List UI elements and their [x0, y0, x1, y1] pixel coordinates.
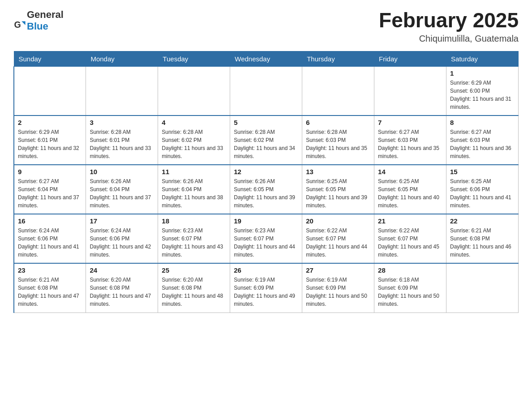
calendar-week-row: 23Sunrise: 6:21 AM Sunset: 6:08 PM Dayli… [14, 263, 519, 313]
day-info: Sunrise: 6:21 AM Sunset: 6:08 PM Dayligh… [18, 276, 82, 308]
day-number: 19 [234, 217, 298, 225]
day-number: 24 [90, 266, 154, 274]
calendar-cell: 20Sunrise: 6:22 AM Sunset: 6:07 PM Dayli… [302, 214, 374, 263]
day-number: 1 [450, 69, 515, 77]
day-number: 5 [234, 119, 298, 126]
day-number: 13 [306, 168, 370, 176]
day-number: 14 [378, 168, 442, 176]
calendar-cell: 18Sunrise: 6:23 AM Sunset: 6:07 PM Dayli… [158, 214, 230, 263]
calendar-cell: 6Sunrise: 6:28 AM Sunset: 6:03 PM Daylig… [302, 116, 374, 165]
calendar-week-row: 2Sunrise: 6:29 AM Sunset: 6:01 PM Daylig… [14, 116, 519, 165]
day-number: 3 [90, 119, 154, 126]
calendar-cell: 17Sunrise: 6:24 AM Sunset: 6:06 PM Dayli… [86, 214, 158, 263]
calendar-cell: 5Sunrise: 6:28 AM Sunset: 6:02 PM Daylig… [230, 116, 302, 165]
day-number: 17 [90, 217, 154, 225]
day-info: Sunrise: 6:26 AM Sunset: 6:04 PM Dayligh… [162, 177, 226, 210]
day-info: Sunrise: 6:26 AM Sunset: 6:05 PM Dayligh… [234, 177, 298, 210]
day-info: Sunrise: 6:27 AM Sunset: 6:04 PM Dayligh… [18, 177, 82, 210]
calendar-cell: 15Sunrise: 6:25 AM Sunset: 6:06 PM Dayli… [446, 165, 519, 214]
calendar-cell: 7Sunrise: 6:27 AM Sunset: 6:03 PM Daylig… [374, 116, 446, 165]
day-info: Sunrise: 6:20 AM Sunset: 6:08 PM Dayligh… [90, 276, 154, 308]
day-number: 23 [18, 266, 82, 274]
day-number: 7 [378, 119, 442, 126]
day-number: 15 [450, 168, 515, 176]
calendar-cell [446, 263, 519, 313]
calendar-cell: 8Sunrise: 6:27 AM Sunset: 6:03 PM Daylig… [446, 116, 519, 165]
logo-icon: G [13, 19, 26, 31]
calendar-cell: 3Sunrise: 6:28 AM Sunset: 6:01 PM Daylig… [86, 116, 158, 165]
calendar-cell: 13Sunrise: 6:25 AM Sunset: 6:05 PM Dayli… [302, 165, 374, 214]
column-header-sunday: Sunday [14, 51, 86, 66]
calendar-cell [86, 66, 158, 116]
day-number: 11 [162, 168, 226, 176]
page-header: G General Blue February 2025 Chiquimulil… [13, 9, 519, 44]
calendar-cell: 19Sunrise: 6:23 AM Sunset: 6:07 PM Dayli… [230, 214, 302, 263]
day-number: 16 [18, 217, 82, 225]
day-info: Sunrise: 6:19 AM Sunset: 6:09 PM Dayligh… [306, 276, 370, 308]
day-number: 25 [162, 266, 226, 274]
day-info: Sunrise: 6:27 AM Sunset: 6:03 PM Dayligh… [450, 128, 515, 160]
day-number: 12 [234, 168, 298, 176]
day-info: Sunrise: 6:22 AM Sunset: 6:07 PM Dayligh… [378, 227, 442, 259]
calendar-cell [374, 66, 446, 116]
day-info: Sunrise: 6:28 AM Sunset: 6:03 PM Dayligh… [306, 128, 370, 160]
day-info: Sunrise: 6:25 AM Sunset: 6:05 PM Dayligh… [378, 177, 442, 210]
location-title: Chiquimulilla, Guatemala [379, 34, 519, 44]
day-number: 4 [162, 119, 226, 126]
column-header-monday: Monday [86, 51, 158, 66]
day-number: 26 [234, 266, 298, 274]
calendar-cell: 25Sunrise: 6:20 AM Sunset: 6:08 PM Dayli… [158, 263, 230, 313]
month-title: February 2025 [379, 9, 519, 32]
calendar-cell: 2Sunrise: 6:29 AM Sunset: 6:01 PM Daylig… [14, 116, 86, 165]
column-header-saturday: Saturday [446, 51, 519, 66]
calendar-header-row: SundayMondayTuesdayWednesdayThursdayFrid… [14, 51, 519, 66]
day-number: 20 [306, 217, 370, 225]
day-number: 2 [18, 119, 82, 126]
column-header-friday: Friday [374, 51, 446, 66]
day-info: Sunrise: 6:25 AM Sunset: 6:06 PM Dayligh… [450, 177, 515, 210]
svg-text:G: G [14, 20, 21, 30]
day-info: Sunrise: 6:29 AM Sunset: 6:01 PM Dayligh… [18, 128, 82, 160]
day-number: 28 [378, 266, 442, 274]
calendar-cell: 11Sunrise: 6:26 AM Sunset: 6:04 PM Dayli… [158, 165, 230, 214]
calendar-week-row: 9Sunrise: 6:27 AM Sunset: 6:04 PM Daylig… [14, 165, 519, 214]
day-number: 22 [450, 217, 515, 225]
day-info: Sunrise: 6:28 AM Sunset: 6:02 PM Dayligh… [162, 128, 226, 160]
calendar-cell: 27Sunrise: 6:19 AM Sunset: 6:09 PM Dayli… [302, 263, 374, 313]
day-info: Sunrise: 6:21 AM Sunset: 6:08 PM Dayligh… [450, 227, 515, 259]
day-info: Sunrise: 6:19 AM Sunset: 6:09 PM Dayligh… [234, 276, 298, 308]
calendar-week-row: 1Sunrise: 6:29 AM Sunset: 6:00 PM Daylig… [14, 66, 519, 116]
day-number: 8 [450, 119, 515, 126]
calendar-cell: 16Sunrise: 6:24 AM Sunset: 6:06 PM Dayli… [14, 214, 86, 263]
calendar-cell [302, 66, 374, 116]
day-info: Sunrise: 6:23 AM Sunset: 6:07 PM Dayligh… [234, 227, 298, 259]
title-block: February 2025 Chiquimulilla, Guatemala [379, 9, 519, 44]
day-info: Sunrise: 6:18 AM Sunset: 6:09 PM Dayligh… [378, 276, 442, 308]
calendar-cell: 12Sunrise: 6:26 AM Sunset: 6:05 PM Dayli… [230, 165, 302, 214]
column-header-tuesday: Tuesday [158, 51, 230, 66]
day-info: Sunrise: 6:23 AM Sunset: 6:07 PM Dayligh… [162, 227, 226, 259]
day-info: Sunrise: 6:29 AM Sunset: 6:00 PM Dayligh… [450, 79, 515, 111]
day-number: 9 [18, 168, 82, 176]
day-number: 10 [90, 168, 154, 176]
day-number: 21 [378, 217, 442, 225]
calendar-cell: 21Sunrise: 6:22 AM Sunset: 6:07 PM Dayli… [374, 214, 446, 263]
day-info: Sunrise: 6:24 AM Sunset: 6:06 PM Dayligh… [18, 227, 82, 259]
logo-text-general: General [27, 9, 64, 20]
calendar-cell: 23Sunrise: 6:21 AM Sunset: 6:08 PM Dayli… [14, 263, 86, 313]
day-number: 27 [306, 266, 370, 274]
calendar-cell [230, 66, 302, 116]
day-info: Sunrise: 6:22 AM Sunset: 6:07 PM Dayligh… [306, 227, 370, 259]
svg-marker-1 [21, 21, 25, 25]
day-info: Sunrise: 6:28 AM Sunset: 6:01 PM Dayligh… [90, 128, 154, 160]
logo-text-blue: Blue [27, 21, 48, 32]
calendar-cell [158, 66, 230, 116]
calendar-cell: 26Sunrise: 6:19 AM Sunset: 6:09 PM Dayli… [230, 263, 302, 313]
calendar-cell: 1Sunrise: 6:29 AM Sunset: 6:00 PM Daylig… [446, 66, 519, 116]
calendar-cell: 14Sunrise: 6:25 AM Sunset: 6:05 PM Dayli… [374, 165, 446, 214]
column-header-wednesday: Wednesday [230, 51, 302, 66]
day-number: 18 [162, 217, 226, 225]
calendar-cell: 10Sunrise: 6:26 AM Sunset: 6:04 PM Dayli… [86, 165, 158, 214]
calendar-cell: 4Sunrise: 6:28 AM Sunset: 6:02 PM Daylig… [158, 116, 230, 165]
day-info: Sunrise: 6:28 AM Sunset: 6:02 PM Dayligh… [234, 128, 298, 160]
